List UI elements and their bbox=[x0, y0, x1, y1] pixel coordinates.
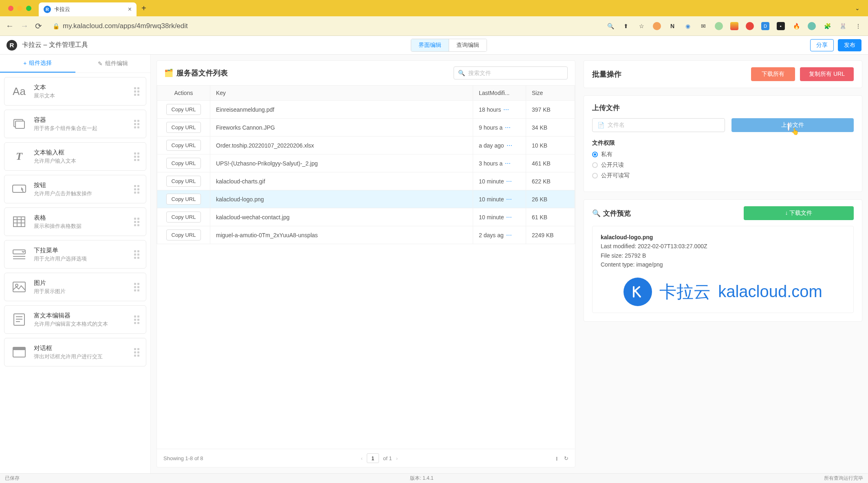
component-card[interactable]: 富文本编辑器允许用户编辑富文本格式的文本 bbox=[4, 305, 146, 334]
sidebar-tab-edit[interactable]: ✎ 组件编辑 bbox=[75, 55, 151, 73]
url-field[interactable]: 🔒 my.kalacloud.com/apps/4m9rwq38rk/edit bbox=[48, 20, 192, 33]
mail-icon[interactable]: ✉ bbox=[699, 22, 707, 30]
copy-url-button[interactable]: Copy URL bbox=[166, 158, 201, 169]
table-row[interactable]: Copy URLkalacloud-logo.png10 minute⋯26 K… bbox=[157, 190, 575, 208]
table-row[interactable]: Copy URLEinreiseanmeldung.pdf18 hours⋯39… bbox=[157, 101, 575, 119]
close-window-button[interactable] bbox=[8, 6, 13, 11]
plus-icon: + bbox=[23, 60, 26, 66]
cell-lastmod: 9 hours a bbox=[479, 124, 502, 131]
download-all-button[interactable]: 下载所有 bbox=[751, 67, 795, 81]
page-prev-icon[interactable]: ‹ bbox=[361, 455, 363, 461]
copy-url-button[interactable]: Copy URL bbox=[166, 212, 201, 223]
tabs-overflow-icon[interactable]: ⌄ bbox=[855, 5, 860, 11]
maximize-window-button[interactable] bbox=[26, 6, 31, 11]
table-row[interactable]: Copy URLUPS!-(Uzhasno-Prikolgyy-Salyut)-… bbox=[157, 154, 575, 172]
row-more-icon[interactable]: ⋯ bbox=[506, 214, 512, 221]
ext-icon-2[interactable]: ◉ bbox=[684, 22, 692, 30]
component-icon: Aa bbox=[11, 83, 27, 99]
col-lastmod[interactable]: LastModifi... bbox=[473, 86, 526, 101]
preview-title: 🔍 文件预览 bbox=[592, 209, 631, 218]
col-actions[interactable]: Actions bbox=[157, 86, 210, 101]
component-card[interactable]: 对话框弹出对话框允许用户进行交互 bbox=[4, 338, 146, 366]
filename-input[interactable]: 📄 文件名 bbox=[592, 118, 725, 132]
table-row[interactable]: Copy URLOrder.toship.20220107_20220206.x… bbox=[157, 137, 575, 154]
browser-tab[interactable]: R 卡拉云 × bbox=[39, 2, 137, 16]
page-next-icon[interactable]: › bbox=[396, 455, 398, 461]
page-input[interactable] bbox=[367, 453, 379, 463]
component-card[interactable]: T文本输入框允许用户输入文本 bbox=[4, 142, 146, 171]
ext-icon-10[interactable]: 🐰 bbox=[839, 22, 847, 30]
seg-query-edit[interactable]: 查询编辑 bbox=[449, 39, 487, 51]
copy-url-button[interactable]: Copy URL bbox=[166, 229, 201, 240]
lock-icon: 🔒 bbox=[53, 23, 59, 29]
seg-ui-edit[interactable]: 界面编辑 bbox=[411, 39, 449, 51]
cell-key: kalacloud-logo.png bbox=[210, 190, 473, 208]
radio-readonly[interactable]: 公开只读 bbox=[592, 161, 854, 169]
radio-icon bbox=[592, 152, 598, 157]
row-more-icon[interactable]: ⋯ bbox=[506, 232, 512, 238]
row-more-icon[interactable]: ⋯ bbox=[505, 124, 511, 131]
ext-icon-9[interactable] bbox=[808, 22, 816, 30]
copy-url-button[interactable]: Copy URL bbox=[166, 104, 201, 115]
copy-all-urls-button[interactable]: 复制所有 URL bbox=[800, 67, 854, 81]
search-files-input[interactable]: 🔍 bbox=[454, 66, 568, 79]
table-footer: Showing 1-8 of 8 ‹ of 1 › ⫿ ↻ bbox=[157, 449, 575, 467]
back-button[interactable]: ← bbox=[6, 21, 14, 31]
ext-icon-1[interactable] bbox=[653, 22, 661, 30]
star-icon[interactable]: ☆ bbox=[637, 22, 645, 30]
component-card[interactable]: 容器用于将多个组件集合在一起 bbox=[4, 110, 146, 138]
tab-close-icon[interactable]: × bbox=[128, 6, 132, 13]
file-table: Actions Key LastModifi... Size Copy URLE… bbox=[157, 85, 575, 244]
forward-button[interactable]: → bbox=[20, 21, 29, 31]
component-card[interactable]: 表格展示和操作表格数据 bbox=[4, 207, 146, 236]
minimize-window-button[interactable] bbox=[17, 6, 22, 11]
row-more-icon[interactable]: ⋯ bbox=[506, 178, 512, 185]
component-desc: 用于允许用户选择选项 bbox=[34, 256, 128, 262]
table-row[interactable]: Copy URLkalacloud-charts.gif10 minute⋯62… bbox=[157, 172, 575, 190]
svg-rect-3 bbox=[13, 217, 25, 227]
filter-icon[interactable]: ⫿ bbox=[555, 455, 558, 461]
share-button[interactable]: 分享 bbox=[810, 39, 834, 51]
table-row[interactable]: Copy URLmiguel-a-amutio-0Tm_2xYuuA8-unsp… bbox=[157, 226, 575, 244]
table-row[interactable]: Copy URLkalacloud-wechat-contact.jpg10 m… bbox=[157, 208, 575, 226]
download-file-button[interactable]: ↓ 下载文件 bbox=[744, 206, 854, 220]
component-card[interactable]: 图片用于展示图片 bbox=[4, 273, 146, 301]
ext-icon-6[interactable]: D bbox=[761, 22, 769, 30]
sidebar-tab-select[interactable]: + 组件选择 bbox=[0, 55, 75, 73]
ext-icon-8[interactable]: 🔥 bbox=[792, 22, 800, 30]
share-icon[interactable]: ⬆ bbox=[622, 22, 630, 30]
notion-icon[interactable]: N bbox=[668, 22, 676, 30]
radio-icon bbox=[592, 162, 598, 168]
table-row[interactable]: Copy URLFireworks Cannon.JPG9 hours a⋯34… bbox=[157, 119, 575, 137]
new-tab-button[interactable]: + bbox=[141, 4, 146, 13]
search-icon[interactable]: 🔍 bbox=[606, 22, 615, 30]
col-key[interactable]: Key bbox=[210, 86, 473, 101]
copy-url-button[interactable]: Copy URL bbox=[166, 176, 201, 187]
component-card[interactable]: Aa文本展示文本 bbox=[4, 77, 146, 106]
extensions-icon[interactable]: 🧩 bbox=[823, 22, 831, 30]
radio-private[interactable]: 私有 bbox=[592, 151, 854, 158]
upload-file-button[interactable]: 上传文件 👆 bbox=[731, 118, 854, 132]
component-card[interactable]: 下拉菜单用于允许用户选择选项 bbox=[4, 240, 146, 269]
row-more-icon[interactable]: ⋯ bbox=[507, 142, 512, 149]
publish-button[interactable]: 发布 bbox=[838, 39, 861, 51]
search-input-field[interactable] bbox=[468, 70, 563, 76]
ext-icon-4[interactable] bbox=[730, 22, 738, 30]
preview-panel: 🔍 文件预览 ↓ 下载文件 kalacloud-logo.png Last mo… bbox=[584, 199, 862, 322]
cell-key: Order.toship.20220107_20220206.xlsx bbox=[210, 137, 473, 154]
radio-readwrite[interactable]: 公开可读写 bbox=[592, 172, 854, 179]
copy-url-button[interactable]: Copy URL bbox=[166, 122, 201, 133]
ext-icon-7[interactable]: ▪ bbox=[777, 22, 785, 30]
refresh-icon[interactable]: ↻ bbox=[564, 455, 568, 461]
reload-button[interactable]: ⟳ bbox=[35, 21, 42, 31]
component-card[interactable]: 按钮允许用户点击并触发操作 bbox=[4, 175, 146, 203]
copy-url-button[interactable]: Copy URL bbox=[166, 194, 201, 205]
row-more-icon[interactable]: ⋯ bbox=[503, 106, 509, 113]
copy-url-button[interactable]: Copy URL bbox=[166, 140, 201, 151]
col-size[interactable]: Size bbox=[526, 86, 575, 101]
menu-icon[interactable]: ⋮ bbox=[854, 22, 862, 30]
row-more-icon[interactable]: ⋯ bbox=[505, 160, 511, 167]
ext-icon-3[interactable] bbox=[715, 22, 723, 30]
row-more-icon[interactable]: ⋯ bbox=[506, 196, 512, 203]
ext-icon-5[interactable] bbox=[746, 22, 754, 30]
